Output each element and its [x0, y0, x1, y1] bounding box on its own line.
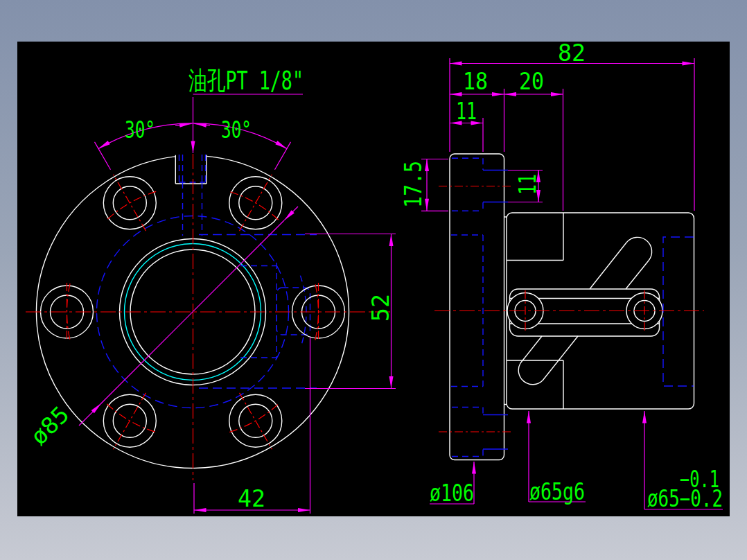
flange-thickness-label: 18	[463, 68, 488, 95]
oil-note-label: 油孔PT 1/8"	[188, 66, 304, 96]
overall-width-label: 82	[558, 40, 586, 67]
cad-drawing: 油孔PT 1/8" 30° 30° ø85 42 82 18 20 11 17.…	[0, 0, 747, 560]
oil-boss-height-label: 17.5	[400, 161, 427, 208]
shaft-dia-label: ø65−0.2	[647, 485, 723, 512]
angle-left-label: 30°	[125, 116, 155, 143]
model-space[interactable]	[17, 42, 730, 516]
bore-dia-label: 52	[367, 294, 394, 322]
recess-depth-label: 20	[519, 68, 544, 95]
flange-dia-label: ø106	[430, 480, 474, 507]
offset-label: 42	[238, 485, 265, 512]
cad-viewport: 油孔PT 1/8" 30° 30° ø85 42 82 18 20 11 17.…	[0, 0, 747, 560]
boss-width-label: 11	[456, 98, 477, 125]
spigot-dia-label: ø65g6	[529, 478, 585, 505]
angle-right-label: 30°	[221, 116, 252, 143]
port-height-label: 11	[514, 174, 541, 195]
